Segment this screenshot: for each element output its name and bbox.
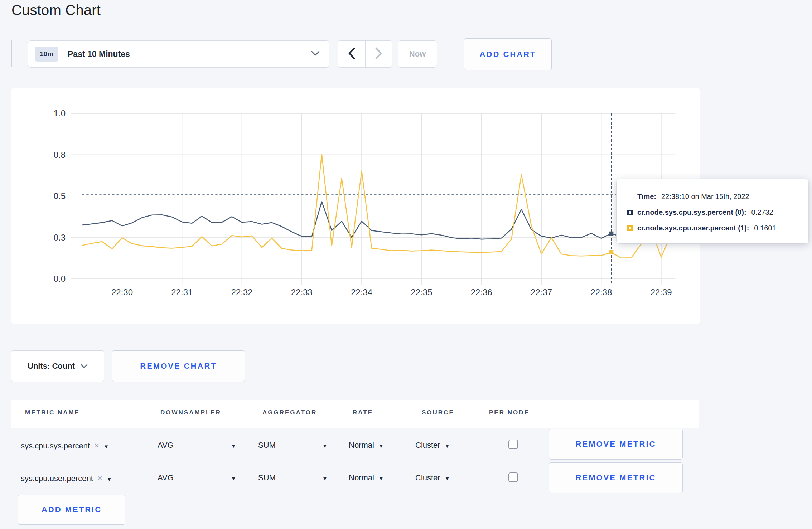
chart-tooltip: Time: 22:38:10 on Mar 15th, 2022 cr.node… — [617, 179, 808, 243]
svg-text:0.0: 0.0 — [54, 274, 66, 283]
clear-metric-icon[interactable]: × — [94, 441, 99, 450]
time-range-badge: 10m — [35, 47, 58, 62]
remove-metric-button[interactable]: REMOVE METRIC — [549, 462, 683, 493]
svg-text:22:36: 22:36 — [471, 287, 492, 297]
svg-text:22:38: 22:38 — [590, 287, 612, 297]
time-range-select[interactable]: 10m Past 10 Minutes — [28, 40, 329, 68]
chevron-down-icon — [311, 51, 320, 57]
tooltip-time-value: 22:38:10 on Mar 15th, 2022 — [661, 193, 749, 201]
tooltip-series-user-value: 0.1601 — [754, 224, 776, 232]
caret-down-icon: ▼ — [378, 443, 384, 449]
aggregator-select[interactable]: SUM▼ — [258, 441, 328, 450]
caret-down-icon: ▼ — [378, 475, 384, 481]
add-metric-button[interactable]: ADD METRIC — [18, 495, 125, 525]
column-header-aggregator: AGGREGATOR — [262, 409, 317, 416]
time-range-label: Past 10 Minutes — [68, 49, 311, 59]
remove-metric-button[interactable]: REMOVE METRIC — [549, 429, 683, 460]
tooltip-time-label: Time: — [637, 193, 656, 201]
rate-select[interactable]: Normal▼ — [349, 441, 384, 450]
column-header-source: SOURCE — [422, 409, 454, 416]
now-button[interactable]: Now — [398, 40, 437, 68]
svg-text:0.5: 0.5 — [54, 191, 66, 201]
metric-name-select[interactable]: sys.cpu.sys.percent×▼ — [21, 441, 109, 451]
caret-down-icon: ▼ — [445, 443, 450, 449]
metric-name-select[interactable]: sys.cpu.user.percent×▼ — [21, 473, 112, 483]
svg-text:22:31: 22:31 — [171, 287, 193, 297]
per-node-checkbox[interactable] — [508, 472, 518, 482]
svg-text:0.8: 0.8 — [54, 150, 66, 160]
units-label: Units: Count — [28, 361, 75, 371]
series-swatch-user-icon — [627, 225, 633, 231]
remove-chart-button[interactable]: REMOVE CHART — [112, 350, 245, 382]
time-back-button[interactable] — [338, 41, 365, 67]
caret-down-icon: ▼ — [322, 443, 328, 449]
caret-down-icon: ▼ — [322, 475, 328, 481]
tooltip-series-sys-value: 0.2732 — [751, 208, 773, 217]
clear-metric-icon[interactable]: × — [97, 473, 102, 483]
svg-text:1.0: 1.0 — [54, 108, 66, 118]
time-nav-group — [338, 40, 392, 68]
svg-text:22:35: 22:35 — [411, 287, 432, 297]
svg-text:22:33: 22:33 — [291, 287, 313, 297]
svg-text:22:37: 22:37 — [531, 287, 552, 297]
column-header-downsampler: DOWNSAMPLER — [160, 409, 221, 416]
caret-down-icon: ▼ — [103, 443, 109, 450]
chevron-right-icon — [375, 47, 383, 61]
metrics-table-header: METRIC NAME DOWNSAMPLER AGGREGATOR RATE … — [11, 400, 699, 428]
page-title: Custom Chart — [11, 2, 101, 18]
chart-card: 0.00.30.50.81.022:3022:3122:3222:3322:34… — [11, 88, 700, 324]
downsampler-select[interactable]: AVG▼ — [158, 473, 236, 482]
tooltip-series-user-label: cr.node.sys.cpu.user.percent (1): — [637, 224, 749, 232]
svg-text:22:39: 22:39 — [651, 287, 672, 297]
rate-select[interactable]: Normal▼ — [349, 473, 384, 482]
svg-text:0.3: 0.3 — [54, 233, 66, 242]
caret-down-icon: ▼ — [231, 475, 236, 481]
add-chart-button[interactable]: ADD CHART — [464, 38, 552, 70]
source-select[interactable]: Cluster▼ — [415, 473, 450, 482]
timeseries-chart[interactable]: 0.00.30.50.81.022:3022:3122:3222:3322:34… — [11, 88, 701, 324]
caret-down-icon: ▼ — [231, 443, 236, 449]
caret-down-icon: ▼ — [107, 476, 112, 482]
per-node-checkbox[interactable] — [508, 440, 518, 449]
chevron-down-icon — [81, 364, 88, 368]
source-select[interactable]: Cluster▼ — [415, 441, 450, 450]
tooltip-series-sys-label: cr.node.sys.cpu.sys.percent (0): — [637, 208, 746, 217]
column-header-rate: RATE — [353, 409, 373, 416]
svg-text:22:32: 22:32 — [231, 287, 253, 297]
column-header-metric-name: METRIC NAME — [25, 409, 80, 416]
series-swatch-sys-icon — [627, 210, 633, 215]
svg-text:22:30: 22:30 — [111, 287, 133, 297]
downsampler-select[interactable]: AVG▼ — [158, 441, 236, 450]
column-header-per-node: PER NODE — [489, 409, 530, 416]
time-forward-button[interactable] — [365, 41, 392, 67]
caret-down-icon: ▼ — [445, 475, 450, 481]
units-select[interactable]: Units: Count — [11, 350, 104, 382]
toolbar-left-divider — [11, 40, 12, 67]
svg-text:22:34: 22:34 — [351, 287, 372, 297]
chevron-left-icon — [348, 47, 356, 61]
aggregator-select[interactable]: SUM▼ — [258, 473, 328, 482]
